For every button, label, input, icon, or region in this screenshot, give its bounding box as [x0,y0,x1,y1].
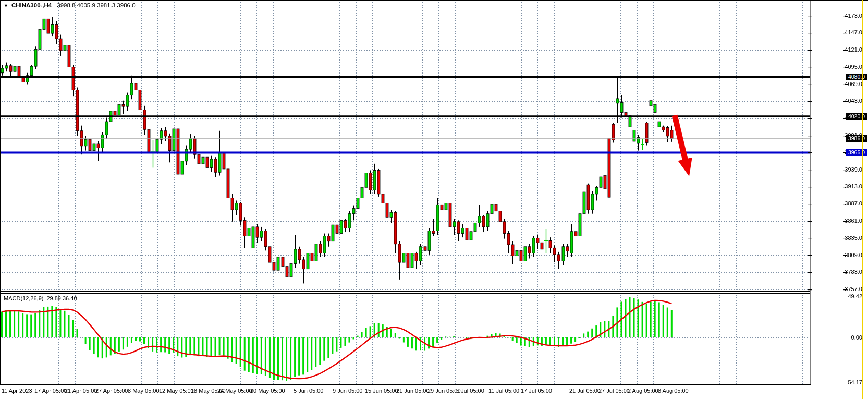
window-edge-highlight [862,0,863,399]
down-trend-arrow[interactable] [0,0,868,399]
chart-window: ▼CHINA300-,H43998.8 4005.9 3981.3 3986.0… [0,0,868,399]
